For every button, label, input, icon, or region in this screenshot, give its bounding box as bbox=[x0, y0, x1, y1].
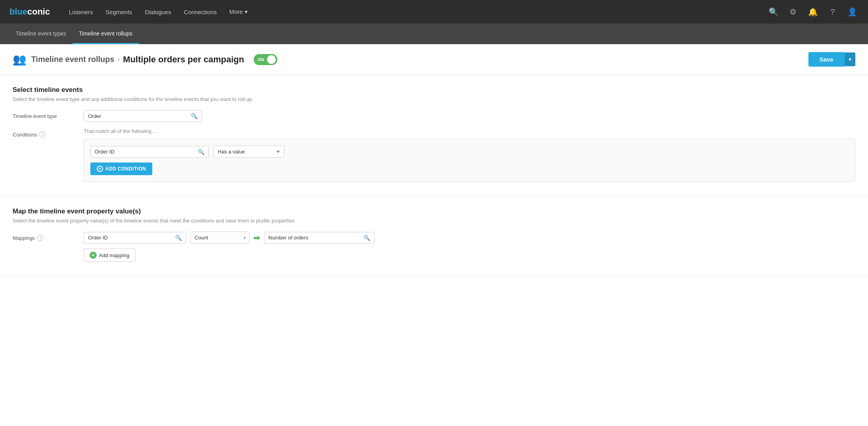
mapping-row-1: 🔍 Count Sum Min Max Average ➡ bbox=[84, 232, 855, 244]
conditions-field: That match all of the following ... 🔍 Ha… bbox=[84, 128, 855, 182]
map-values-title: Map the timeline event property value(s) bbox=[13, 207, 855, 215]
add-mapping-button[interactable]: + Add mapping bbox=[84, 248, 135, 262]
bell-icon-button[interactable]: 🔔 bbox=[806, 6, 819, 18]
condition-field-input[interactable] bbox=[95, 149, 198, 155]
add-mapping-label: Add mapping bbox=[99, 252, 129, 258]
add-condition-button[interactable]: + ADD CONDITION bbox=[90, 163, 152, 175]
condition-field-input-wrap: 🔍 bbox=[90, 146, 209, 158]
mapping-source-input[interactable] bbox=[88, 235, 175, 241]
breadcrumb-separator: › bbox=[118, 55, 120, 64]
event-type-field: 🔍 bbox=[84, 110, 855, 122]
mapping-dest-input-wrap: 🔍 bbox=[264, 232, 374, 244]
mappings-row: Mappings i 🔍 Count Sum Min Max bbox=[13, 232, 855, 262]
mappings-label: Mappings i bbox=[13, 232, 84, 241]
mapping-arrow-icon: ➡ bbox=[253, 233, 260, 243]
conditions-label: Conditions i bbox=[13, 128, 84, 138]
logo-white: conic bbox=[27, 7, 50, 17]
mappings-field: 🔍 Count Sum Min Max Average ➡ bbox=[84, 232, 855, 262]
help-icon-button[interactable]: ? bbox=[826, 6, 839, 18]
event-type-label: Timeline event type bbox=[13, 110, 84, 119]
mapping-source-input-wrap: 🔍 bbox=[84, 232, 186, 244]
mapping-dest-input[interactable] bbox=[268, 235, 363, 241]
event-type-search-icon: 🔍 bbox=[191, 113, 198, 119]
nav-item-connections[interactable]: Connections bbox=[184, 7, 217, 17]
toggle-knob bbox=[267, 55, 276, 64]
breadcrumb-current: Multiple orders per campaign bbox=[123, 54, 244, 65]
add-mapping-plus-icon: + bbox=[90, 252, 97, 259]
conditions-box: 🔍 Has a value Equals Contains Does not h… bbox=[84, 139, 855, 182]
add-condition-label: ADD CONDITION bbox=[105, 166, 146, 172]
breadcrumb: Timeline event rollups › Multiple orders… bbox=[31, 54, 244, 65]
toggle-switch[interactable]: ON bbox=[254, 54, 277, 65]
user-icon-button[interactable]: 👤 bbox=[846, 6, 859, 18]
settings-icon-button[interactable]: ⚙ bbox=[787, 6, 799, 18]
nav-item-listeners[interactable]: Listeners bbox=[69, 7, 93, 17]
condition-row-1: 🔍 Has a value Equals Contains Does not h… bbox=[90, 146, 849, 158]
event-type-row: Timeline event type 🔍 bbox=[13, 110, 855, 122]
condition-field-search-icon: 🔍 bbox=[198, 149, 204, 155]
map-values-section: Map the timeline event property value(s)… bbox=[0, 196, 868, 277]
logo: blueconic bbox=[9, 7, 50, 17]
mapping-function-wrapper: Count Sum Min Max Average bbox=[190, 232, 249, 244]
main-content: 👥 Timeline event rollups › Multiple orde… bbox=[0, 44, 868, 426]
map-values-desc: Select the timeline event property value… bbox=[13, 218, 855, 224]
save-button-group: Save ▾ bbox=[808, 52, 855, 67]
conditions-row: Conditions i That match all of the follo… bbox=[13, 128, 855, 182]
nav-icons: 🔍 ⚙ 🔔 ? 👤 bbox=[767, 6, 859, 18]
tab-timeline-event-rollups[interactable]: Timeline event rollups bbox=[73, 24, 139, 44]
mapping-source-search-icon: 🔍 bbox=[175, 235, 182, 241]
nav-item-segments[interactable]: Segments bbox=[106, 7, 133, 17]
conditions-hint: That match all of the following ... bbox=[84, 128, 855, 134]
add-condition-plus-icon: + bbox=[97, 166, 103, 172]
save-dropdown-button[interactable]: ▾ bbox=[844, 52, 855, 66]
breadcrumb-parent[interactable]: Timeline event rollups bbox=[31, 55, 114, 64]
nav-item-dialogues[interactable]: Dialogues bbox=[145, 7, 171, 17]
page-header: 👥 Timeline event rollups › Multiple orde… bbox=[0, 44, 868, 75]
toggle-on-label: ON bbox=[258, 57, 264, 62]
event-type-input[interactable] bbox=[88, 113, 191, 119]
mapping-dest-search-icon: 🔍 bbox=[363, 235, 370, 241]
select-events-desc: Select the timeline event type and any a… bbox=[13, 96, 855, 102]
search-icon-button[interactable]: 🔍 bbox=[767, 6, 780, 18]
mapping-function-select[interactable]: Count Sum Min Max Average bbox=[192, 233, 247, 243]
tab-timeline-event-types[interactable]: Timeline event types bbox=[9, 24, 73, 44]
nav-item-more[interactable]: More ▾ bbox=[229, 8, 247, 15]
save-button[interactable]: Save bbox=[808, 52, 844, 67]
event-type-input-wrap: 🔍 bbox=[84, 110, 202, 122]
toggle-container: ON bbox=[254, 54, 277, 65]
logo-blue: blue bbox=[9, 7, 27, 17]
condition-operator-select[interactable]: Has a value Equals Contains Does not hav… bbox=[213, 146, 284, 158]
mappings-info-icon[interactable]: i bbox=[37, 235, 43, 241]
sub-nav: Timeline event types Timeline event roll… bbox=[0, 24, 868, 44]
conditions-info-icon[interactable]: i bbox=[39, 131, 45, 138]
page-header-icon: 👥 bbox=[13, 53, 26, 66]
select-timeline-events-section: Select timeline events Select the timeli… bbox=[0, 75, 868, 196]
top-nav: blueconic Listeners Segments Dialogues C… bbox=[0, 0, 868, 24]
select-events-title: Select timeline events bbox=[13, 86, 855, 94]
